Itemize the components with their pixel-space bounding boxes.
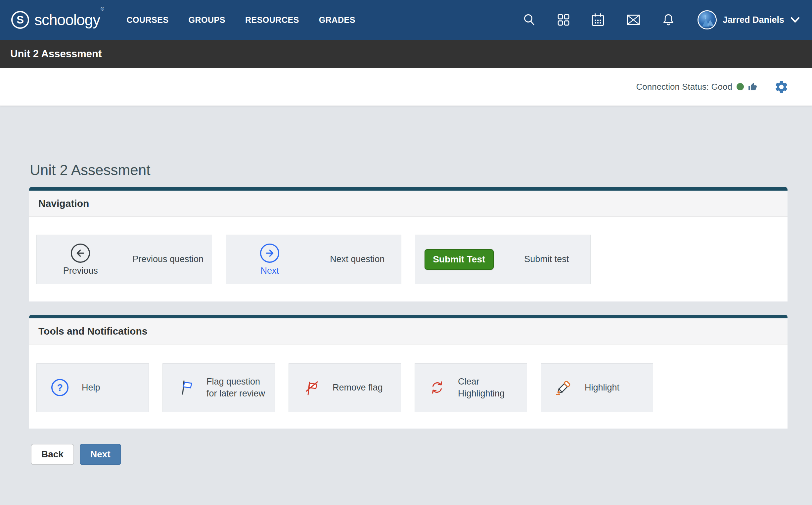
remove-flag-label: Remove flag — [333, 381, 383, 393]
settings-gear-icon[interactable] — [774, 79, 789, 94]
tools-panel-title: Tools and Notifications — [29, 318, 788, 344]
highlight-label: Highlight — [585, 381, 619, 393]
highlight-card[interactable]: Highlight — [541, 363, 653, 412]
clear-highlighting-card[interactable]: Clear Highlighting — [415, 363, 527, 412]
previous-question-card[interactable]: Previous Previous question — [36, 234, 212, 284]
next-circle-arrow-icon — [259, 243, 280, 264]
help-label: Help — [82, 381, 100, 393]
submit-test-button[interactable]: Submit Test — [424, 249, 494, 270]
thumbs-up-icon — [748, 82, 757, 91]
clear-highlighting-icon — [429, 379, 445, 396]
top-navbar: S schoology® COURSES GROUPS RESOURCES GR… — [0, 0, 812, 40]
assessment-title-bar-text: Unit 2 Assessment — [10, 48, 102, 60]
submit-test-card[interactable]: Submit Test Submit test — [415, 234, 591, 284]
flag-icon — [177, 379, 194, 396]
status-bar: Connection Status: Good — [0, 68, 812, 106]
back-button[interactable]: Back — [31, 444, 74, 465]
chevron-down-icon — [790, 17, 800, 23]
main-content: Unit 2 Assessment Navigation Previous Pr… — [0, 162, 812, 465]
schoology-s-icon: S — [11, 11, 29, 29]
page-heading: Unit 2 Assessment — [30, 162, 788, 179]
nav-groups[interactable]: GROUPS — [189, 15, 225, 25]
tools-panel-body: ? Help Flag question for later review Re… — [29, 344, 788, 429]
navigation-panel-title: Navigation — [29, 191, 788, 217]
navigation-panel: Navigation Previous Previous question Ne… — [29, 187, 788, 302]
navbar-right: Jarred Daniels — [523, 10, 800, 29]
brand-wordmark: schoology — [34, 11, 100, 28]
flag-question-label: Flag question for later review — [206, 376, 271, 400]
assessment-title-bar: Unit 2 Assessment — [0, 40, 812, 68]
tools-panel: Tools and Notifications ? Help Flag ques… — [29, 315, 788, 429]
messages-icon[interactable] — [626, 13, 641, 26]
user-name: Jarred Daniels — [723, 15, 784, 25]
clear-highlighting-label: Clear Highlighting — [458, 376, 523, 400]
next-button[interactable]: Next — [80, 444, 121, 465]
nav-resources[interactable]: RESOURCES — [245, 15, 299, 25]
help-icon: ? — [51, 378, 69, 397]
previous-question-label: Previous question — [125, 254, 212, 265]
schoology-logo[interactable]: S schoology® — [11, 11, 103, 29]
status-dot — [737, 83, 744, 90]
next-icon-label: Next — [260, 266, 279, 276]
flag-question-card[interactable]: Flag question for later review — [163, 363, 275, 412]
registered-mark: ® — [100, 6, 104, 12]
search-icon[interactable] — [523, 13, 536, 26]
next-question-card[interactable]: Next Next question — [226, 234, 401, 284]
remove-flag-icon — [303, 379, 320, 396]
submit-test-label: Submit test — [503, 254, 591, 265]
connection-status-text: Connection Status: Good — [636, 82, 732, 92]
previous-circle-arrow-icon — [70, 243, 91, 264]
next-question-label: Next question — [314, 254, 401, 265]
navigation-panel-body: Previous Previous question Next Next que… — [29, 217, 788, 302]
nav-courses[interactable]: COURSES — [127, 15, 168, 25]
calendar-icon[interactable] — [591, 13, 605, 27]
user-menu[interactable]: Jarred Daniels — [697, 10, 800, 29]
svg-text:?: ? — [57, 382, 63, 393]
previous-icon-label: Previous — [63, 266, 98, 276]
apps-grid-icon[interactable] — [557, 14, 570, 26]
remove-flag-card[interactable]: Remove flag — [288, 363, 401, 412]
primary-nav: COURSES GROUPS RESOURCES GRADES — [127, 15, 355, 25]
nav-grades[interactable]: GRADES — [319, 15, 355, 25]
avatar — [697, 10, 717, 29]
footer-buttons: Back Next — [31, 444, 788, 465]
notifications-icon[interactable] — [662, 13, 675, 26]
highlighter-icon — [555, 379, 572, 396]
help-card[interactable]: ? Help — [36, 363, 149, 412]
